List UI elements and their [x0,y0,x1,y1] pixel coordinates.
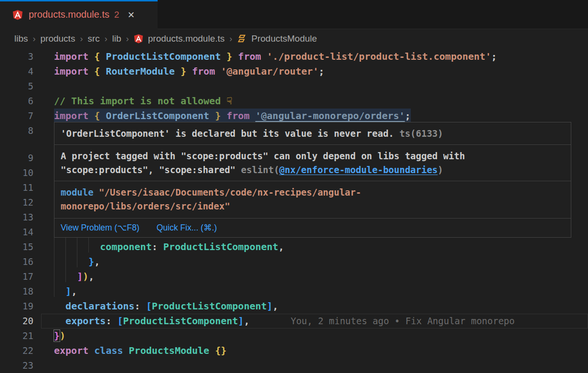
code-token: ] [65,285,71,297]
code-line-18[interactable]: ], [54,284,77,299]
module-keyword: module [61,187,94,197]
view-problem-action[interactable]: View Problem (⌥F8) [61,221,139,235]
code-token: ) [60,330,65,341]
code-line-3[interactable]: import { ProductListComponent } from './… [54,49,497,64]
breadcrumb-item-lib[interactable]: lib [112,33,121,44]
line-number-22: 22 [0,343,33,358]
diagnostic-eslint-line2: "scope:products", "scope:shared" eslint(… [61,163,565,177]
diagnostic-eslint-line2-text: "scope:products", "scope:shared" [61,165,241,175]
quick-fix-action[interactable]: Quick Fix... (⌘.) [157,221,217,235]
code-token: ) [83,271,88,282]
active-tab-indicator [0,0,158,1]
line-number-18: 18 [0,284,33,299]
line-number-3: 3 [0,49,33,64]
angular-file-icon [12,10,23,20]
code-line-21[interactable]: }) [54,329,65,343]
close-icon[interactable]: × [128,9,135,21]
module-definition: module "/Users/isaac/Documents/code/nx-r… [54,181,571,219]
code-token: } [88,256,94,267]
code-token: , [94,256,100,267]
warning-squiggle-wrap: import { OrderListComponent } from '@ang… [54,110,411,121]
code-token: exports [65,315,106,327]
code-token: , [88,271,94,282]
code-line-6[interactable]: // This import is not allowed ☟ [54,94,232,109]
code-token: , [71,285,77,297]
code-line-16[interactable]: }, [54,254,100,269]
code-token [54,241,100,252]
line-number-4: 4 [0,64,33,79]
code-token [54,285,65,297]
tab-products-module[interactable]: products.module.ts 2 × [0,0,158,29]
code-token: from [192,66,215,77]
diagnostic-ts: 'OrderListComponent' is declared but its… [54,122,571,145]
module-path-line1: "/Users/isaac/Documents/code/nx-recipes/… [94,187,362,197]
code-token: } [181,66,186,77]
code-token: ProductListComponent [163,241,278,252]
breadcrumb-item-file[interactable]: products.module.ts [148,33,225,44]
git-blame-annotation: You, 2 minutes ago • Fix Angular monorep… [290,316,514,326]
code-token [209,345,215,356]
code-token: ] [238,315,244,327]
code-token [221,51,226,62]
code-token [54,315,65,327]
code-token: ProductsModule [129,345,210,356]
chevron-right-icon: › [229,34,232,44]
code-token: } [54,330,60,341]
editor[interactable]: 34567891011121314151617181920212223 impo… [0,48,588,373]
line-number-23: 23 [0,358,33,373]
code-token: export [54,345,88,356]
module-definition-line1: module "/Users/isaac/Documents/code/nx-r… [61,186,565,199]
code-line-15[interactable]: component: ProductListComponent, [54,240,284,254]
code-token: ProductListComponent [106,51,221,62]
code-token [175,66,181,77]
line-number-15: 15 [0,240,33,254]
line-number-20: 20 [0,314,33,329]
code-token [54,271,77,282]
code-token [123,345,129,356]
line-number-5: 5 [0,79,33,94]
code-token: : [106,315,117,327]
code-token: ] [77,271,83,282]
eslint-source-suffix: ) [438,165,443,175]
code-line-7[interactable]: import { OrderListComponent } from '@ang… [54,109,411,123]
code-token: , [244,315,249,327]
breadcrumb-item-src[interactable]: src [87,33,99,44]
code-token [232,51,238,62]
hover-popup: 'OrderListComponent' is declared but its… [54,122,571,238]
code-token: ; [405,110,411,121]
code-token: import [54,110,88,121]
code-line-4[interactable]: import { RouterModule } from '@angular/r… [54,64,324,79]
code-token: [ [117,315,123,327]
code-token [100,51,106,62]
line-number-13: 13 [0,210,33,225]
code-token [88,345,94,356]
line-number-16: 16 [0,254,33,269]
code-line-17[interactable]: ]), [54,269,94,284]
code-token: ; [491,51,497,62]
eslint-rule-link[interactable]: @nx/enforce-module-boundaries [279,165,438,175]
code-token: './product-list/product-list.component' [267,51,492,62]
code-token [54,256,88,267]
code-token: from [238,51,261,62]
module-path-line2: monorepo/libs/orders/src/index" [61,201,230,211]
code-token: { [94,110,100,121]
code-line-19[interactable]: declarations: [ProductListComponent], [54,299,278,314]
code-line-22[interactable]: export class ProductsModule {} [54,343,226,358]
code-token: ProductListComponent [123,315,238,327]
breadcrumb-item-symbol[interactable]: ProductsModule [251,33,317,44]
breadcrumb-item-products[interactable]: products [41,33,75,44]
code-token: ] [267,300,273,312]
code-token: { [94,51,100,62]
code-token [54,300,65,312]
code-line-20[interactable]: exports: [ProductListComponent],You, 2 m… [54,314,514,329]
breadcrumb-item-libs[interactable]: libs [14,33,28,44]
line-number-14: 14 [0,225,33,240]
line-number-21: 21 [0,329,33,343]
line-number-6: 6 [0,94,33,109]
code-token: component [100,241,151,252]
code-token: '@angular/router' [221,66,319,77]
code-token: import [54,66,88,77]
line-number-17: 17 [0,269,33,284]
chevron-right-icon: › [33,34,36,44]
code-token: import [54,51,88,62]
